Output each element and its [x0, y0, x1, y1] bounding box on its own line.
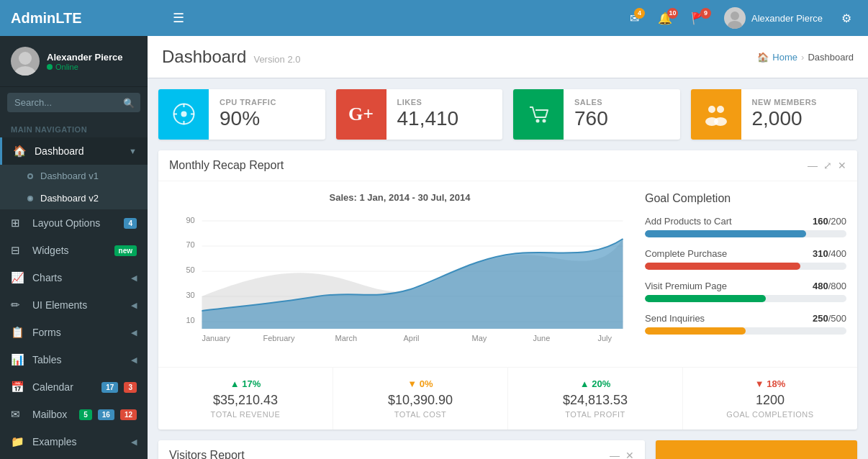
- flag-button[interactable]: 🚩 9: [685, 8, 711, 29]
- sidebar-label-ui: UI Elements: [32, 299, 131, 311]
- sidebar-item-mailbox[interactable]: ✉ Mailbox 5 16 12: [0, 401, 148, 428]
- likes-icon-area: G+: [336, 89, 386, 140]
- sidebar-item-widgets[interactable]: ⊟ Widgets new: [0, 237, 148, 264]
- svg-text:April: April: [404, 334, 420, 342]
- visitors-header: Visitors Report — ✕: [158, 440, 645, 459]
- goal-label-4: Send Inquiries 250/500: [645, 313, 846, 324]
- monthly-report-title: Monthly Recap Report: [169, 159, 284, 172]
- panel-tools: — ⤢ ✕: [808, 160, 846, 171]
- goal-bar-1: [645, 230, 846, 237]
- circle-icon-v2: [27, 196, 33, 201]
- cpu-label: CPU TRAFFIC: [220, 98, 276, 106]
- svg-text:10: 10: [186, 316, 195, 324]
- top-nav: AdminLTE ☰ ✉ 4 🔔 10 🚩 9 Alexander Pierce…: [0, 0, 868, 36]
- sales-content: SALES 760: [564, 89, 619, 140]
- svg-text:50: 50: [186, 265, 195, 274]
- members-icon-area: [691, 89, 741, 140]
- main-wrapper: Alexander Pierce Online 🔍 MAIN NAVIGATIO…: [0, 36, 868, 459]
- goal-bar-3: [645, 295, 846, 302]
- mail-button[interactable]: ✉ 4: [624, 8, 645, 29]
- expand-button[interactable]: ⤢: [823, 160, 832, 171]
- stat-box-likes: G+ LIKES 41,410: [336, 89, 503, 140]
- sidebar-item-dashboard-v1[interactable]: Dashboard v1: [0, 165, 148, 187]
- sidebar-user-name: Alexander Pierce: [47, 52, 123, 63]
- sidebar-item-dashboard[interactable]: 🏠 Dashboard ▼: [0, 137, 148, 165]
- content-header: Dashboard Version 2.0 🏠 Home › Dashboard: [148, 36, 868, 78]
- search-icon[interactable]: 🔍: [123, 97, 135, 108]
- menu-toggle[interactable]: ☰: [173, 10, 184, 26]
- chart-subtitle: Sales: 1 Jan, 2014 - 30 Jul, 2014: [169, 192, 630, 203]
- sidebar-item-layout[interactable]: ⊞ Layout Options 4: [0, 209, 148, 237]
- sidebar-label-widgets: Widgets: [32, 245, 111, 256]
- svg-text:February: February: [263, 334, 296, 342]
- monthly-report-body: Sales: 1 Jan, 2014 - 30 Jul, 2014 90 70 …: [158, 181, 857, 367]
- sidebar-item-forms[interactable]: 📋 Forms ◀: [0, 319, 148, 346]
- circle-icon-v1: [27, 173, 33, 179]
- visitors-panel: Visitors Report — ✕: [158, 440, 645, 459]
- status-dot: [47, 64, 53, 70]
- visitors-close[interactable]: ✕: [625, 450, 634, 459]
- breadcrumb-home[interactable]: Home: [772, 52, 797, 63]
- members-label: NEW MEMBERS: [752, 98, 817, 106]
- visitors-tools: — ✕: [610, 450, 634, 459]
- goal-fill-1: [645, 230, 806, 237]
- settings-button[interactable]: ⚙: [836, 8, 857, 29]
- sidebar-item-dashboard-v2[interactable]: Dashboard v2: [0, 187, 148, 209]
- search-input[interactable]: [7, 93, 140, 112]
- sidebar-avatar: [11, 47, 40, 76]
- svg-text:June: June: [533, 334, 551, 342]
- svg-text:January: January: [202, 334, 231, 342]
- stats-cell-goals: ▼ 18% 1200 GOAL COMPLETIONS: [683, 368, 857, 430]
- sidebar-item-calendar[interactable]: 📅 Calendar 17 3: [0, 373, 148, 401]
- content-header-left: Dashboard Version 2.0: [162, 47, 300, 67]
- mail-badge: 4: [634, 8, 645, 19]
- svg-point-11: [542, 119, 546, 123]
- dashboard-arrow: ▼: [129, 147, 137, 155]
- top-nav-right: ✉ 4 🔔 10 🚩 9 Alexander Pierce ⚙: [624, 4, 857, 32]
- stat-box-members: NEW MEMBERS 2,000: [691, 89, 858, 140]
- goals-label: GOAL COMPLETIONS: [694, 410, 846, 419]
- goal-name-3: Visit Premium Page: [645, 281, 727, 291]
- sidebar-item-ui[interactable]: ✏ UI Elements ◀: [0, 291, 148, 319]
- visitors-title: Visitors Report: [169, 449, 245, 459]
- user-menu[interactable]: Alexander Pierce: [718, 4, 828, 32]
- sidebar-item-examples[interactable]: 📁 Examples ◀: [0, 428, 148, 455]
- sidebar-label-tables: Tables: [32, 354, 131, 365]
- flag-badge: 9: [700, 8, 711, 19]
- sidebar-label-mailbox: Mailbox: [32, 409, 76, 420]
- sidebar-item-tables[interactable]: 📊 Tables ◀: [0, 346, 148, 373]
- cost-label: TOTAL COST: [344, 410, 497, 419]
- goals-amount: 1200: [694, 393, 846, 408]
- visitors-minimize[interactable]: —: [610, 450, 620, 459]
- cost-change: ▼ 0%: [344, 378, 497, 389]
- bottom-row: Visitors Report — ✕: [158, 440, 857, 459]
- calendar-badge-1: 17: [101, 382, 118, 393]
- cpu-content: CPU TRAFFIC 90%: [209, 89, 287, 140]
- goal-value-1: 160/200: [813, 216, 846, 227]
- breadcrumb: 🏠 Home › Dashboard: [757, 52, 854, 63]
- sidebar-item-charts[interactable]: 📈 Charts ◀: [0, 264, 148, 291]
- goal-value-4: 250/500: [813, 313, 846, 324]
- goal-fill-4: [645, 327, 746, 335]
- cpu-icon-area: [158, 89, 209, 140]
- sidebar-label-dashboard-v1: Dashboard v1: [40, 171, 99, 181]
- goal-item-1: Add Products to Cart 160/200: [645, 216, 846, 237]
- area-chart: 90 70 50 30 10: [169, 210, 630, 354]
- minimize-button[interactable]: —: [808, 160, 818, 171]
- svg-point-15: [714, 117, 727, 126]
- tables-icon: 📊: [11, 353, 25, 366]
- brand-name: Admin: [11, 10, 55, 26]
- close-button[interactable]: ✕: [838, 160, 846, 171]
- nav-section-title: MAIN NAVIGATION: [0, 118, 148, 137]
- revenue-label: TOTAL REVENUE: [169, 410, 322, 419]
- breadcrumb-current: Dashboard: [808, 52, 854, 63]
- bell-button[interactable]: 🔔 10: [652, 8, 678, 29]
- svg-point-3: [15, 66, 35, 76]
- page-title: Dashboard: [162, 47, 246, 67]
- profit-label: TOTAL PROFIT: [519, 410, 672, 419]
- layout-badge: 4: [124, 218, 137, 229]
- profit-change: ▲ 20%: [519, 378, 672, 389]
- goals-change: ▼ 18%: [694, 378, 846, 389]
- breadcrumb-sep: ›: [801, 52, 804, 63]
- members-value: 2,000: [752, 106, 817, 131]
